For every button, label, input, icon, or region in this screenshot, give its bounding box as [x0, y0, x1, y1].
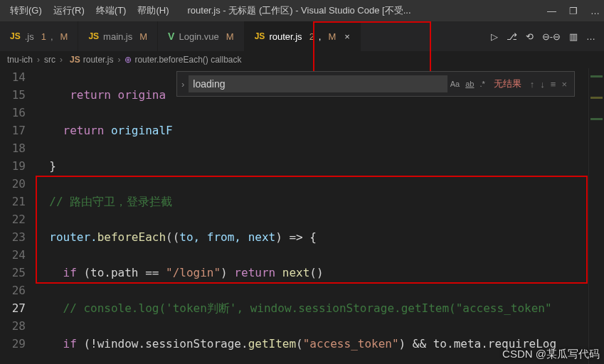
line-number: 22 — [0, 210, 26, 228]
window-title: router.js - 无标题 (工作区) - Visual Studio Co… — [187, 4, 539, 17]
line-number: 28 — [0, 317, 26, 335]
tab-file-router[interactable]: JS router.js 2, M × — [245, 21, 361, 51]
toggle-replace-icon[interactable]: › — [181, 79, 184, 90]
dirty-indicator: M — [328, 31, 336, 42]
line-number: 20 — [0, 175, 26, 193]
bc-file[interactable]: router.js — [83, 55, 114, 65]
chevron-right-icon: › — [117, 55, 120, 65]
line-number: 26 — [0, 282, 26, 299]
bc-root[interactable]: tnu-ich — [7, 55, 33, 65]
line-number: 15 — [0, 86, 26, 104]
menubar: 转到(G) 运行(R) 终端(T) 帮助(H) router.js - 无标题 … — [0, 0, 604, 21]
tab-label: main.js — [103, 31, 132, 42]
code-line: return originalF — [36, 122, 588, 139]
menu-terminal[interactable]: 终端(T) — [90, 1, 132, 20]
method-icon: ⊕ — [124, 55, 132, 65]
split-editor-icon[interactable]: ▥ — [569, 31, 578, 42]
code-line: router.beforeEach((to, from, next) => { — [36, 228, 588, 246]
bc-src[interactable]: src — [44, 55, 55, 65]
js-icon: JS — [10, 31, 21, 41]
line-number: 19 — [0, 157, 26, 175]
code-line: // console.log('token判断', window.session… — [36, 299, 588, 317]
chevron-right-icon: › — [60, 55, 63, 65]
tab-label: Login.vue — [179, 31, 218, 42]
line-number: 21 — [0, 193, 26, 210]
sync-icon[interactable]: ⟲ — [526, 31, 534, 42]
code-line: } — [36, 157, 588, 175]
menu-help[interactable]: 帮助(H) — [132, 1, 174, 20]
editor-area: › Aa ab .* 无结果 ↑ ↓ ≡ × 14 15 16 17 18 19… — [0, 68, 604, 364]
minimap[interactable] — [588, 68, 604, 364]
find-prev-icon[interactable]: ↑ — [530, 79, 535, 90]
line-number: 24 — [0, 246, 26, 264]
js-icon: JS — [255, 31, 265, 41]
js-icon: JS — [88, 31, 99, 41]
menu-run[interactable]: 运行(R) — [48, 1, 90, 20]
find-no-results: 无结果 — [494, 77, 521, 90]
diff-icon[interactable]: ⊖-⊖ — [542, 31, 561, 42]
dirty-indicator: M — [60, 31, 68, 42]
line-number: 23 — [0, 228, 26, 246]
tab-label: .js — [25, 31, 34, 42]
line-number: 29 — [0, 335, 26, 353]
find-widget: › Aa ab .* 无结果 ↑ ↓ ≡ × — [176, 71, 575, 97]
tab-file-main[interactable]: JS main.js M — [78, 21, 158, 51]
tab-label: router.js — [269, 31, 302, 42]
code-line: if (to.path == "/login") return next() — [36, 264, 588, 282]
run-icon[interactable]: ▷ — [491, 31, 498, 42]
find-in-selection-icon[interactable]: ≡ — [551, 79, 556, 90]
line-number: 25 — [0, 264, 26, 282]
code-editor[interactable]: 14 15 16 17 18 19 20 21 22 23 24 25 26 2… — [0, 68, 604, 364]
close-find-icon[interactable]: × — [561, 79, 567, 90]
find-input[interactable] — [189, 75, 447, 92]
tab-file-0[interactable]: JS .js 1, M — [0, 21, 78, 51]
tab-bar: JS .js 1, M JS main.js M V Login.vue M J… — [0, 21, 604, 51]
more-icon[interactable]: … — [586, 31, 595, 42]
vue-icon: V — [168, 31, 174, 42]
code-content[interactable]: return origina return originalF } // 路由守… — [36, 68, 588, 364]
menu-go[interactable]: 转到(G) — [4, 1, 48, 20]
find-next-icon[interactable]: ↓ — [540, 79, 545, 90]
line-number: 14 — [0, 68, 26, 86]
bc-symbol[interactable]: router.beforeEach() callback — [134, 55, 241, 65]
tab-file-login[interactable]: V Login.vue M — [158, 21, 245, 51]
line-number: 18 — [0, 139, 26, 157]
branch-icon[interactable]: ⎇ — [507, 31, 517, 42]
match-case-icon[interactable]: Aa — [450, 80, 460, 88]
problem-count: 2 — [309, 31, 314, 42]
window-more-icon[interactable]: … — [590, 6, 600, 16]
regex-icon[interactable]: .* — [480, 80, 484, 88]
chevron-right-icon: › — [37, 55, 40, 65]
dirty-indicator: M — [139, 31, 147, 42]
problem-count: 1 — [41, 31, 46, 42]
breadcrumb[interactable]: tnu-ich › src › JS router.js › ⊕ router.… — [0, 51, 604, 68]
line-number: 27 — [0, 299, 26, 317]
window-min-icon[interactable]: — — [547, 6, 556, 16]
line-gutter: 14 15 16 17 18 19 20 21 22 23 24 25 26 2… — [0, 68, 36, 364]
window-restore-icon[interactable]: ❐ — [569, 6, 578, 16]
line-number: 17 — [0, 122, 26, 139]
line-number: 16 — [0, 104, 26, 122]
dirty-indicator: M — [226, 31, 234, 42]
close-tab-icon[interactable]: × — [344, 31, 350, 42]
code-line: // 路由守卫，登录拦截 — [36, 193, 588, 210]
js-icon: JS — [70, 55, 80, 65]
watermark: CSDN @某瓜写代码 — [502, 348, 600, 361]
match-whole-word-icon[interactable]: ab — [465, 80, 474, 88]
